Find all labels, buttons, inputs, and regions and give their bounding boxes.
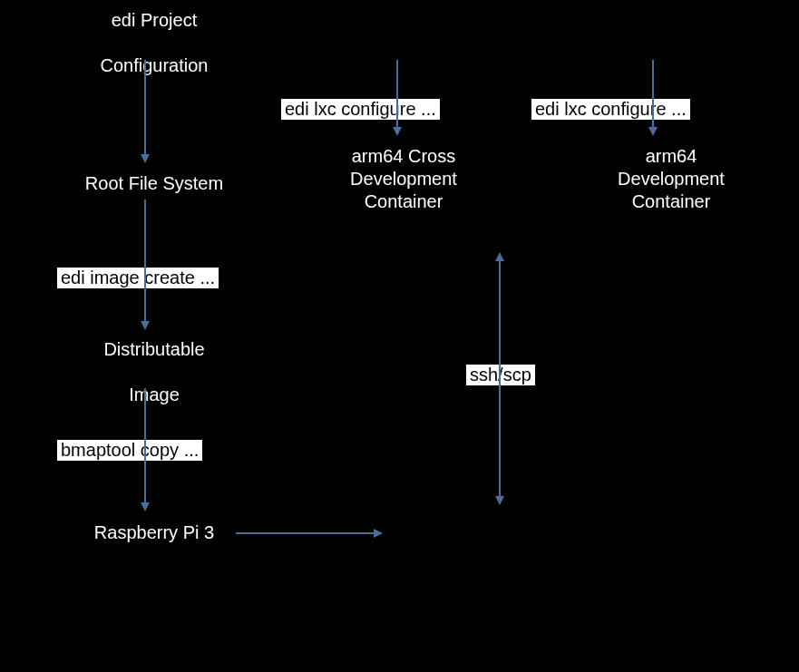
node-dev-line3: Container	[558, 190, 784, 213]
node-cross-dev-line1: arm64 Cross	[290, 145, 517, 168]
node-root-file-system: Root File System	[54, 172, 254, 195]
node-cross-dev-line2: Development	[290, 168, 517, 190]
node-dev-container: arm64 Development Container	[558, 145, 784, 213]
node-dev-line1: arm64	[558, 145, 784, 168]
node-raspberry-pi-3: Raspberry Pi 3	[54, 521, 254, 544]
label-edi-lxc-configure-2: edi lxc configure ...	[531, 99, 690, 120]
node-cross-dev-container: arm64 Cross Development Container	[290, 145, 517, 213]
node-project-config: edi ProjectConfiguration	[54, 9, 254, 77]
node-cross-dev-line3: Container	[290, 190, 517, 213]
node-distributable-image: DistributableImage	[54, 338, 254, 406]
label-bmaptool-copy: bmaptool copy ...	[57, 440, 202, 461]
label-ssh-scp: ssh/scp	[466, 365, 535, 385]
label-edi-image-create: edi image create ...	[57, 268, 219, 288]
label-edi-lxc-configure-1: edi lxc configure ...	[281, 99, 440, 120]
node-dev-line2: Development	[558, 168, 784, 190]
